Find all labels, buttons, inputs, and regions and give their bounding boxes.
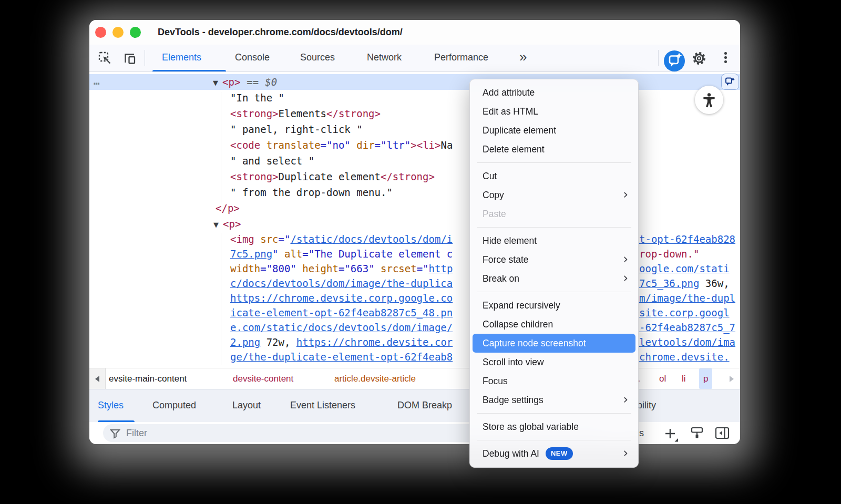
tab-performance[interactable]: Performance: [434, 45, 488, 70]
dom-line-fragment[interactable]: -62f4eab8287c5_7: [639, 320, 740, 335]
dom-line[interactable]: <img src="/static/docs/devtools/dom/i: [89, 232, 469, 246]
subtab-bility[interactable]: bility: [637, 389, 656, 422]
menu-item-delete-element[interactable]: Delete element: [473, 140, 635, 159]
menu-item-label: Duplicate element: [483, 125, 556, 136]
dom-line[interactable]: <strong>Duplicate element</strong>: [89, 169, 469, 184]
menu-item-label: Break on: [483, 273, 519, 284]
menu-item-store-as-global-variable[interactable]: Store as global variable: [473, 417, 635, 436]
menu-item-paste: Paste: [473, 204, 635, 223]
dom-line-fragment[interactable]: rop-down.": [639, 246, 740, 261]
menu-item-collapse-children[interactable]: Collapse children: [473, 315, 635, 334]
submenu-chevron-icon: ›: [623, 250, 628, 269]
breadcrumb-scroll-right-button[interactable]: [723, 368, 740, 389]
selected-node: ▼<p>==$0: [213, 74, 277, 91]
dom-line[interactable]: 7c5.png" alt="The Duplicate element c: [89, 246, 469, 261]
selected-dom-row[interactable]: … ▼<p>==$0: [89, 74, 740, 90]
window-title: DevTools - developer.chrome.com/docs/dev…: [158, 20, 403, 45]
dom-code-block-1: "In the "<strong>Elements</strong>" pane…: [89, 90, 469, 233]
menu-item-label: Capture node screenshot: [483, 338, 586, 348]
row-options-dots[interactable]: …: [94, 74, 99, 88]
rendering-brush-icon[interactable]: [690, 426, 704, 443]
breadcrumb-item-devsite-content[interactable]: devsite-content: [233, 368, 293, 389]
screenshot-stage: DevTools - developer.chrome.com/docs/dev…: [0, 0, 841, 504]
dom-line[interactable]: " and select ": [89, 153, 469, 169]
breadcrumb-item-article-devsite-article[interactable]: article.devsite-article: [334, 368, 416, 389]
subtab-layout[interactable]: Layout: [232, 389, 261, 422]
breadcrumb-item-p[interactable]: p: [699, 368, 712, 389]
dom-line-fragment[interactable]: site.corp.googl: [639, 305, 740, 320]
menu-item-expand-recursively[interactable]: Expand recursively: [473, 296, 635, 315]
new-style-rule-plus-icon[interactable]: [662, 426, 679, 444]
dom-code-right-fragments: t-opt-62f4eab828rop-down."oogle.com/stat…: [639, 232, 740, 364]
dom-line-fragment[interactable]: oogle.com/stati: [639, 261, 740, 276]
selected-tag[interactable]: <p>: [222, 76, 240, 88]
ai-assistance-icon[interactable]: [663, 50, 685, 74]
dom-line[interactable]: </p>: [89, 200, 469, 216]
dom-line[interactable]: width="800" height="663" srcset="http: [89, 261, 469, 276]
chevron-left-icon: [95, 376, 99, 382]
dom-line[interactable]: <strong>Elements</strong>: [89, 106, 469, 121]
dom-line[interactable]: 2.png 72w, https://chrome.devsite.cor: [89, 335, 469, 349]
tab-console[interactable]: Console: [235, 45, 270, 70]
menu-item-capture-node-screenshot[interactable]: Capture node screenshot: [473, 334, 635, 353]
menu-item-break-on[interactable]: Break on›: [473, 269, 635, 288]
tab-network[interactable]: Network: [367, 45, 402, 70]
tab-elements[interactable]: Elements: [162, 45, 201, 70]
zoom-window-button[interactable]: [130, 27, 141, 38]
dom-line[interactable]: ▼<p>: [89, 216, 469, 233]
dom-line[interactable]: "In the ": [89, 90, 469, 106]
submenu-chevron-icon: ›: [623, 390, 628, 409]
breadcrumb-item-ol[interactable]: ol: [659, 368, 666, 389]
dom-line-fragment[interactable]: 7c5_36.png 36w,: [639, 276, 740, 291]
accessibility-person-icon[interactable]: [695, 86, 723, 114]
menu-item-debug-with-ai[interactable]: Debug with AINEW›: [473, 444, 635, 463]
expand-arrow-icon[interactable]: ▼: [213, 75, 222, 91]
menu-item-label: Copy: [483, 190, 504, 200]
subtab-styles[interactable]: Styles: [98, 389, 124, 422]
subtab-event-listeners[interactable]: Event Listeners: [290, 389, 355, 422]
dom-line[interactable]: c/docs/devtools/dom/image/the-duplica: [89, 276, 469, 291]
kebab-menu-icon[interactable]: [724, 52, 727, 63]
menu-item-badge-settings[interactable]: Badge settings›: [473, 390, 635, 409]
menu-item-copy[interactable]: Copy›: [473, 186, 635, 204]
new-badge: NEW: [546, 447, 573, 460]
breadcrumb-scroll-left-button[interactable]: [89, 368, 106, 389]
menu-item-label: Store as global variable: [483, 421, 579, 432]
inspect-element-icon[interactable]: [97, 50, 113, 68]
dom-line-fragment[interactable]: t-opt-62f4eab828: [639, 232, 740, 246]
subtab-computed[interactable]: Computed: [152, 389, 196, 422]
dom-line-fragment[interactable]: levtools/dom/ima: [639, 335, 740, 349]
dom-line-fragment[interactable]: m/image/the-dupl: [639, 291, 740, 305]
settings-gear-icon[interactable]: [692, 51, 706, 68]
dom-line[interactable]: e.com/static/docs/devtools/dom/image/: [89, 320, 469, 335]
sidebar-tab-bar: StylesComputedLayoutEvent ListenersDOM B…: [89, 389, 740, 422]
dom-line[interactable]: " panel, right-click ": [89, 121, 469, 137]
menu-item-label: Scroll into view: [483, 357, 544, 367]
dom-line[interactable]: icate-element-opt-62f4eab8287c5_48.pn: [89, 305, 469, 320]
menu-item-duplicate-element[interactable]: Duplicate element: [473, 121, 635, 140]
menu-item-hide-element[interactable]: Hide element: [473, 231, 635, 250]
dom-line[interactable]: <code translate="no" dir="ltr"><li>Na: [89, 137, 469, 153]
menu-item-add-attribute[interactable]: Add attribute: [473, 83, 635, 102]
menu-item-label: Collapse children: [483, 319, 553, 330]
subtab-dom-breakp[interactable]: DOM Breakp: [397, 389, 452, 422]
dom-line-fragment[interactable]: chrome.devsite.: [639, 349, 740, 364]
breadcrumb-item-evsite-main-content[interactable]: evsite-main-content: [109, 368, 187, 389]
device-toolbar-icon[interactable]: [122, 50, 138, 68]
menu-item-focus[interactable]: Focus: [473, 372, 635, 390]
menu-item-edit-as-html[interactable]: Edit as HTML: [473, 102, 635, 121]
dom-line[interactable]: " from the drop-down menu.": [89, 184, 469, 200]
minimize-window-button[interactable]: [112, 27, 124, 38]
dock-panel-toggle-icon[interactable]: [715, 427, 730, 441]
dom-line[interactable]: https://chrome.devsite.corp.google.co: [89, 291, 469, 305]
close-window-button[interactable]: [95, 27, 106, 38]
menu-item-cut[interactable]: Cut: [473, 167, 635, 186]
dom-line[interactable]: ge/the-duplicate-element-opt-62f4eab8: [89, 349, 469, 364]
more-tabs-icon[interactable]: »: [519, 45, 526, 70]
menu-item-force-state[interactable]: Force state›: [473, 250, 635, 269]
dom-tree-panel: … ▼<p>==$0 "In the "<strong>Elements</st…: [89, 72, 740, 368]
menu-item-scroll-into-view[interactable]: Scroll into view: [473, 353, 635, 372]
capture-node-icon[interactable]: [721, 74, 739, 90]
tab-sources[interactable]: Sources: [300, 45, 335, 70]
breadcrumb-item-li[interactable]: li: [682, 368, 686, 389]
